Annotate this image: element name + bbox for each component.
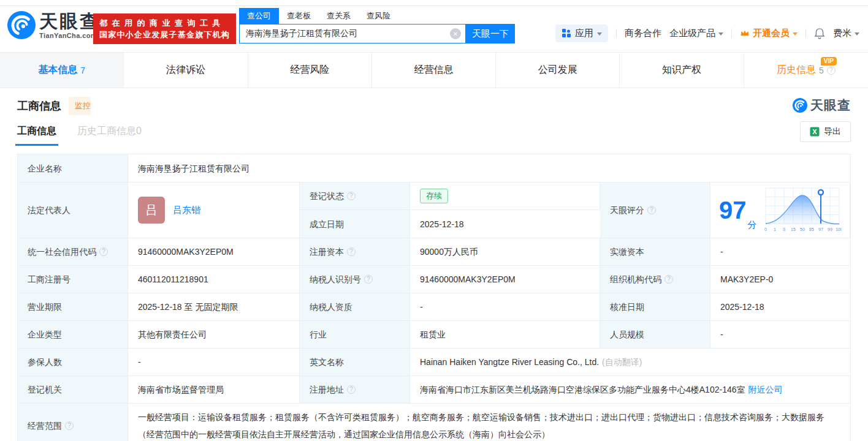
- table-row: 企业类型 其他有限责任公司 行业 租赁业 人员规模 -: [18, 321, 850, 349]
- english-name-text: Hainan Haiken Yangtze River Leasing Co.,…: [420, 356, 599, 368]
- label-text: 经营范围: [28, 417, 62, 434]
- legal-rep-avatar[interactable]: 吕: [138, 197, 165, 224]
- clear-search-icon[interactable]: [450, 28, 461, 39]
- section-head: 工商信息 监控 天眼查: [17, 88, 851, 116]
- legal-rep-value: 吕 吕东锴: [128, 183, 300, 238]
- english-name-value: Hainan Haiken Yangtze River Leasing Co.,…: [410, 349, 850, 375]
- apps-menu[interactable]: 应用: [555, 24, 608, 42]
- divider: [616, 29, 617, 38]
- org-code-value: MAK3Y2EP-0: [710, 266, 850, 293]
- search-input[interactable]: [239, 24, 466, 43]
- export-button[interactable]: X 导出: [800, 121, 851, 142]
- question-circle-icon[interactable]: [647, 206, 656, 214]
- tab-label: 经营风险: [290, 64, 329, 77]
- tab-operating-risk[interactable]: 经营风险: [248, 53, 372, 88]
- question-circle-icon[interactable]: [99, 247, 108, 256]
- table-row: 登记机关 海南省市场监督管理局 注册地址 海南省海口市江东新区美兰机场路海口空港…: [18, 376, 850, 404]
- taxpayer-id-value: 91460000MAK3Y2EP0M: [410, 266, 600, 293]
- tab-basic-info[interactable]: 基本信息 7: [0, 53, 124, 88]
- chevron-down-icon: [855, 32, 859, 36]
- table-row: 统一社会信用代码 91460000MAK3Y2EP0M 注册资本 90000万人…: [18, 238, 850, 266]
- company-type-label: 企业类型: [18, 321, 128, 348]
- score-marker-pin: [818, 190, 823, 195]
- tab-label: 法律诉讼: [166, 64, 205, 77]
- score-curve-area: [766, 195, 839, 225]
- label-text: 注册地址: [310, 383, 344, 396]
- search-block: 查公司 查老板 查关系 查风险 天眼一下: [239, 8, 515, 43]
- svg-text:X: X: [812, 128, 817, 135]
- chevron-down-icon: [793, 32, 798, 36]
- question-circle-icon[interactable]: [347, 192, 356, 200]
- label-text: 纳税人识别号: [310, 273, 361, 285]
- brand-name: 天眼查: [39, 12, 100, 31]
- tab-company-development[interactable]: 公司发展: [496, 53, 620, 88]
- enterprise-products-label: 企业级产品: [669, 28, 715, 39]
- header-right-nav: 应用 商务合作 企业级产品 开通会员: [555, 24, 859, 42]
- question-circle-icon[interactable]: [664, 275, 673, 284]
- subtab-history-business-info[interactable]: 历史工商信息0: [77, 125, 142, 138]
- reg-status-label: 登记状态: [300, 183, 410, 210]
- approval-date-value: 2025-12-18: [710, 293, 850, 320]
- approval-date-label: 核准日期: [600, 293, 710, 320]
- tab-history-info[interactable]: VIP 历史信息 5: [744, 53, 868, 88]
- company-name-label: 企业名称: [18, 154, 128, 182]
- question-circle-icon[interactable]: [347, 385, 356, 394]
- taxpayer-quality-value: -: [410, 293, 600, 320]
- legal-rep-name-link[interactable]: 吕东锴: [173, 204, 200, 216]
- tab-intellectual-property[interactable]: 知识产权: [620, 53, 744, 88]
- question-circle-icon[interactable]: [364, 275, 373, 284]
- search-input-wrap: [239, 24, 466, 43]
- nearby-companies-link[interactable]: 附近公司: [748, 383, 783, 396]
- reg-number-value: 460112011218901: [128, 266, 300, 293]
- establish-date-label: 成立日期: [300, 210, 410, 238]
- enterprise-products-menu[interactable]: 企业级产品: [669, 28, 723, 39]
- tianyancha-logo-icon: [793, 98, 807, 113]
- search-tab-relation[interactable]: 查关系: [319, 8, 359, 24]
- search-tab-company[interactable]: 查公司: [239, 8, 279, 24]
- label-text: 统一社会信用代码: [28, 246, 96, 258]
- score-value[interactable]: 97 分 0131550: [710, 183, 850, 238]
- reg-capital-label: 注册资本: [300, 238, 410, 265]
- main-content: 工商信息 监控 天眼查 工商信息 历史工商信息0: [0, 88, 868, 441]
- status-badge: 存续: [420, 189, 448, 203]
- open-vip-menu[interactable]: 开通会员: [740, 28, 798, 39]
- tab-count: 5: [819, 66, 824, 75]
- user-menu[interactable]: 费米: [833, 28, 859, 39]
- tab-legal-litigation[interactable]: 法律诉讼: [124, 53, 248, 88]
- question-circle-icon[interactable]: [827, 66, 836, 75]
- establish-date-value: 2025-12-18: [410, 210, 600, 238]
- question-circle-icon[interactable]: [65, 421, 74, 430]
- site-logo[interactable]: 天眼查 TianYanCha.com: [7, 11, 100, 39]
- monitor-chip[interactable]: 监控: [69, 97, 91, 115]
- chevron-down-icon: [597, 32, 602, 36]
- promo-banner: 都在用的商业查询工具 国家中小企业发展子基金旗下机构: [93, 13, 236, 44]
- brand-domain: TianYanCha.com: [39, 32, 100, 39]
- search-tabs: 查公司 查老板 查关系 查风险: [239, 8, 515, 24]
- business-scope-label: 经营范围: [18, 404, 128, 441]
- search-tab-boss[interactable]: 查老板: [279, 8, 319, 24]
- search-tab-risk[interactable]: 查风险: [359, 8, 398, 24]
- notification-bell-icon[interactable]: [814, 28, 825, 39]
- tab-operating-info[interactable]: 经营信息: [372, 53, 496, 88]
- export-label: 导出: [824, 126, 841, 137]
- taxpayer-id-label: 纳税人识别号: [300, 266, 410, 293]
- chart-tick-label: 1: [774, 227, 776, 232]
- score-label: 天眼评分: [600, 183, 710, 238]
- business-cooperation-link[interactable]: 商务合作: [625, 28, 661, 39]
- reg-authority-value: 海南省市场监督管理局: [128, 376, 300, 403]
- reg-address-text: 海南省海口市江东新区美兰机场路海口空港综保区多功能产业服务中心4楼A102-14…: [420, 383, 745, 396]
- search-button[interactable]: 天眼一下: [466, 24, 515, 43]
- tianyancha-logo-icon: [7, 11, 36, 39]
- logo-text: 天眼查 TianYanCha.com: [39, 12, 100, 39]
- subtab-business-info[interactable]: 工商信息: [17, 125, 56, 138]
- staff-size-label: 人员规模: [600, 321, 710, 348]
- tab-label: 历史信息: [777, 64, 816, 77]
- excel-icon: X: [810, 127, 820, 137]
- label-text: 天眼评分: [610, 204, 644, 216]
- question-circle-icon[interactable]: [347, 247, 356, 256]
- chart-tick-label: 97: [818, 227, 823, 232]
- credit-code-value: 91460000MAK3Y2EP0M: [128, 238, 300, 265]
- label-text: 注册资本: [310, 246, 344, 258]
- reg-address-value: 海南省海口市江东新区美兰机场路海口空港综保区多功能产业服务中心4楼A102-14…: [410, 376, 850, 403]
- table-row: 企业名称 海南海垦扬子江租赁有限公司: [18, 154, 850, 183]
